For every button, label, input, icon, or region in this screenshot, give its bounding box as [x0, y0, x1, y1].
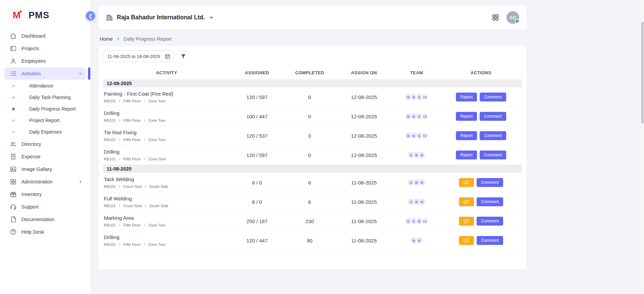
report-button[interactable]: Report [456, 112, 477, 121]
sidebar-item-activities[interactable]: Activities [4, 67, 86, 80]
team-member-avatar: R [416, 237, 423, 244]
path-segment: RB101 [104, 99, 116, 103]
sidebar-item-label: Activities [21, 71, 41, 76]
table-body: 12-08-2025Painting - First Coat (Fire Re… [103, 79, 522, 250]
sidebar-subitem-label: Attendance [29, 83, 53, 89]
comment-button[interactable]: Comment [480, 93, 506, 101]
sidebar-item-administration[interactable]: Administration [4, 176, 86, 188]
filter-icon[interactable] [180, 53, 187, 60]
company-selector[interactable]: Raja Bahadur International Ltd. [106, 14, 214, 21]
actions-cell: ReportComment [440, 93, 522, 101]
path-segment: RB101 [104, 118, 116, 122]
sidebar-subitem-daily-expenses[interactable]: Daily Expenses [0, 126, 90, 138]
path-segment: Fifth Floor [123, 157, 141, 161]
sidebar-item-label: Employees [21, 58, 46, 64]
sidebar-subitem-attendance[interactable]: Attendance [0, 80, 90, 92]
sidebar-subitem-daily-task-planning[interactable]: Daily Task Planning [0, 92, 90, 103]
completed-value: 0 [284, 94, 335, 100]
assigned-value: 100 / 447 [230, 114, 284, 119]
path-segment: Court Yard [123, 184, 142, 189]
main-content: Raja Bahadur International Ltd. AD Home … [91, 0, 527, 270]
team-overflow-badge[interactable]: +2 [421, 113, 428, 120]
team-overflow-badge[interactable]: +2 [421, 217, 428, 225]
comment-button[interactable]: Comment [477, 197, 503, 206]
bullet-dot-icon [12, 131, 15, 133]
sidebar-item-employees[interactable]: Employees [4, 55, 86, 67]
assign-on-value: 12-08-2025 [335, 94, 393, 100]
assign-on-value: 12-08-2025 [335, 114, 393, 119]
chevron-right-icon [118, 118, 121, 122]
table-row: Tack WeldingRB101Court YardSouth Side6 /… [103, 173, 522, 192]
apps-grid-icon[interactable] [492, 14, 499, 21]
team-avatars: NR [410, 237, 423, 244]
sidebar-item-label: Support [21, 204, 39, 210]
table-row: DrillingRB101Fifth FloorZone Two120 / 44… [103, 231, 522, 250]
column-header-actions: ACTIONS [440, 70, 522, 75]
employee-icon [10, 58, 17, 64]
sidebar-item-documentation[interactable]: Documentation [4, 213, 86, 226]
actions-cell: QCComment [440, 236, 522, 245]
assigned-value: 120 / 597 [230, 152, 284, 158]
report-button[interactable]: Report [456, 93, 477, 101]
chevron-right-icon [143, 223, 146, 227]
qc-button[interactable]: QC [459, 236, 474, 245]
assign-on-value: 11-08-2025 [335, 199, 393, 205]
activity-title: Full Welding [104, 196, 230, 201]
assigned-value: 6 / 0 [230, 180, 284, 185]
breadcrumb-home-link[interactable]: Home [100, 36, 113, 42]
projects-icon [10, 45, 17, 52]
comment-button[interactable]: Comment [477, 178, 503, 187]
sidebar-item-support[interactable]: Support [4, 201, 86, 213]
sidebar-item-image-gallary[interactable]: Image Gallary [4, 163, 86, 175]
team-overflow-badge[interactable]: +2 [421, 132, 428, 139]
team-overflow-badge[interactable]: +2 [421, 93, 428, 101]
path-segment: Zone Two [148, 138, 165, 142]
report-button[interactable]: Report [456, 131, 477, 140]
activity-path: RB101Court YardSouth Side [104, 204, 230, 208]
chevron-right-icon [143, 138, 146, 142]
activity-path: RB101Fifth FloorZone Two [104, 242, 230, 247]
team-avatars: DNS+2 [405, 113, 428, 120]
sidebar-item-directory[interactable]: Directory [4, 138, 86, 150]
app-logo[interactable]: M PMS [0, 0, 90, 28]
comment-button[interactable]: Comment [480, 151, 506, 159]
activity-path: RB101Court YardSouth Side [104, 184, 230, 189]
sidebar-item-help-desk[interactable]: Help Desk [4, 226, 86, 238]
sidebar-subitem-daily-progress-report[interactable]: Daily Progress Report [0, 103, 90, 115]
sidebar-subitem-project-report[interactable]: Project Report [0, 115, 90, 126]
completed-value: 0 [284, 114, 335, 119]
chevron-right-icon [143, 157, 146, 161]
actions-cell: ReportComment [440, 112, 522, 121]
qc-button[interactable]: QC [459, 217, 474, 226]
activity-cell: Tie Rod FixingRB101Fifth FloorZone Two [103, 130, 230, 142]
sidebar-item-inventory[interactable]: Inventory [4, 188, 86, 200]
comment-button[interactable]: Comment [477, 217, 503, 226]
team-cell: DNS+2 [393, 132, 440, 139]
table-row: Marking AreaRB101Fifth FloorZone Two250 … [103, 212, 522, 231]
scrollbar-thumb[interactable] [641, 22, 644, 123]
assigned-value: 120 / 597 [230, 94, 284, 100]
comment-button[interactable]: Comment [480, 112, 506, 121]
sidebar-collapse-button[interactable]: ❮ [86, 11, 95, 20]
team-cell: DNS+2 [393, 93, 440, 101]
sidebar-item-dashboard[interactable]: Dashboard [4, 30, 86, 42]
expense-icon [10, 153, 17, 160]
user-avatar[interactable]: AD [507, 11, 519, 24]
assign-on-value: 11-08-2025 [335, 238, 393, 243]
qc-button[interactable]: QC [459, 197, 474, 206]
date-range-input[interactable]: 11-08-2025 to 16-08-2025 [103, 51, 174, 62]
team-cell: SRD [393, 179, 440, 186]
comment-button[interactable]: Comment [480, 131, 506, 140]
path-segment: Zone Two [148, 223, 165, 227]
chevron-right-icon [118, 242, 121, 247]
qc-button[interactable]: QC [459, 178, 474, 187]
chevron-down-icon [78, 72, 82, 76]
sidebar-item-expense[interactable]: Expense [4, 151, 86, 163]
sidebar-item-label: Administration [21, 179, 53, 184]
path-segment: Fifth Floor [123, 99, 141, 103]
report-button[interactable]: Report [456, 151, 477, 159]
sidebar-item-label: Expense [21, 154, 40, 159]
sidebar-item-projects[interactable]: Projects [4, 42, 86, 55]
comment-button[interactable]: Comment [477, 236, 503, 245]
chevron-right-icon [118, 223, 121, 227]
